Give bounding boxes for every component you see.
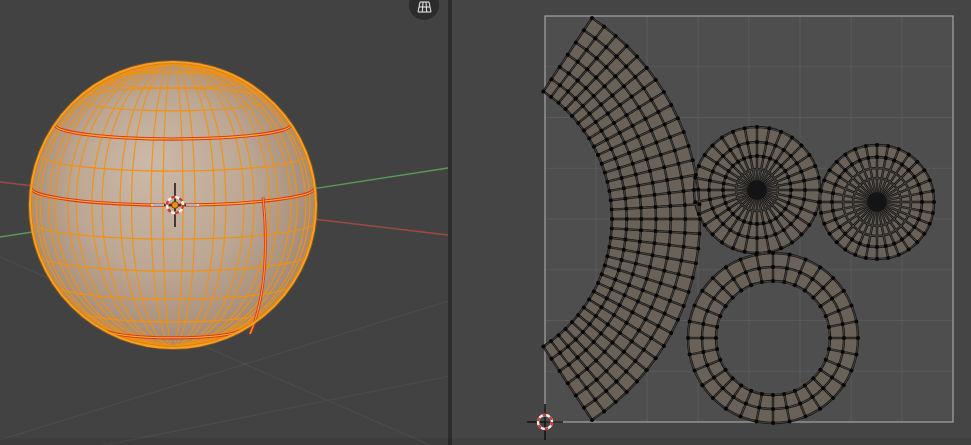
3d-viewport[interactable] — [0, 0, 448, 445]
uv-editor[interactable] — [452, 0, 971, 445]
uv-scene — [452, 0, 971, 445]
3d-scene — [0, 0, 448, 445]
blender-window — [0, 0, 971, 445]
window-bottom-edge — [0, 438, 971, 445]
grid-icon — [416, 0, 433, 15]
